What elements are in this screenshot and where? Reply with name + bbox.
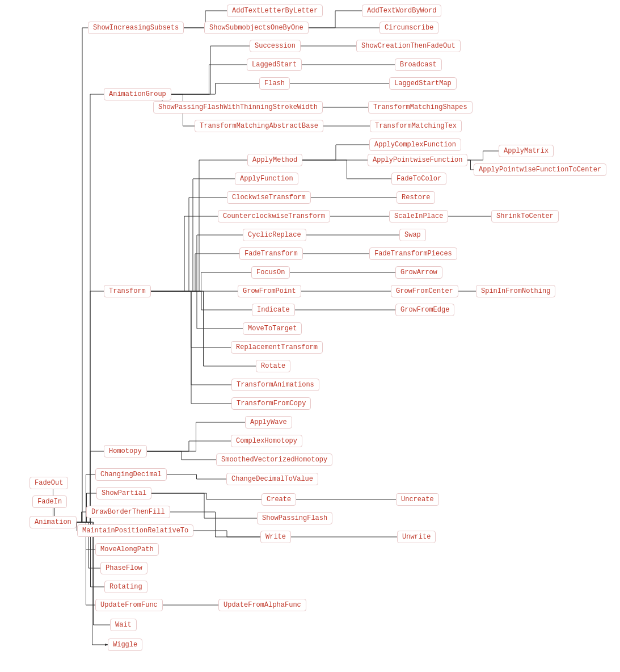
node-showsubmobjectsonebyone: ShowSubmobjectsOneByOne (204, 22, 309, 34)
node-transform: Transform (104, 285, 151, 297)
node-changingdecimal: ChangingDecimal (95, 468, 167, 481)
node-transformmatchingabstractbase: TransformMatchingAbstractBase (195, 120, 323, 132)
node-fadetransformpieces: FadeTransformPieces (369, 247, 457, 260)
node-updatefromalphafunc: UpdateFromAlphaFunc (218, 599, 306, 611)
node-wait: Wait (110, 619, 137, 631)
node-applywave: ApplyWave (245, 416, 292, 429)
node-growarrow: GrowArrow (395, 266, 442, 279)
node-addtextletterbyletter: AddTextLetterByLetter (227, 5, 323, 17)
node-showpartial: ShowPartial (96, 487, 151, 499)
node-broadcast: Broadcast (395, 58, 442, 71)
node-clockwisetransform: ClockwiseTransform (227, 191, 311, 204)
node-fadetocolor: FadeToColor (391, 173, 446, 185)
node-restore: Restore (397, 191, 435, 204)
node-transformfromcopy: TransformFromCopy (231, 397, 311, 410)
node-growfrompoint: GrowFromPoint (238, 285, 301, 297)
node-laggedstart: LaggedStart (247, 58, 302, 71)
node-swap: Swap (399, 229, 426, 241)
node-scaleinplace: ScaleInPlace (389, 210, 448, 222)
node-transformanimations: TransformAnimations (231, 379, 319, 391)
node-succession: Succession (250, 40, 301, 52)
node-unwrite: Unwrite (397, 531, 436, 543)
node-rotate: Rotate (256, 360, 290, 372)
node-growfromedge: GrowFromEdge (395, 304, 454, 316)
node-applyfunction: ApplyFunction (235, 173, 298, 185)
node-animationgroup: AnimationGroup (104, 88, 171, 100)
node-wiggle: Wiggle (108, 639, 142, 651)
node-animation: Animation (29, 516, 77, 528)
node-fadein: FadeIn (32, 495, 67, 508)
node-shrinktocenter: ShrinkToCenter (491, 210, 559, 222)
node-showincreasingsubsets: ShowIncreasingSubsets (88, 22, 184, 34)
node-rotating: Rotating (104, 581, 147, 593)
node-growfromcenter: GrowFromCenter (391, 285, 458, 297)
node-create: Create (262, 493, 296, 506)
node-flash: Flash (259, 77, 290, 90)
node-indicate: Indicate (252, 304, 295, 316)
node-changedecimaltovalue: ChangeDecimalToValue (226, 473, 318, 485)
node-write: Write (260, 531, 291, 543)
node-applycomplexfunction: ApplyComplexFunction (369, 138, 461, 151)
node-updatefromfunc: UpdateFromFunc (95, 599, 163, 611)
node-fadetransform: FadeTransform (239, 247, 303, 260)
node-replacementtransform: ReplacementTransform (231, 341, 323, 354)
node-uncreate: Uncreate (396, 493, 439, 506)
node-cyclicreplace: CyclicReplace (243, 229, 306, 241)
node-transformmatchingshapes: TransformMatchingShapes (368, 101, 473, 114)
node-showpassingflashwiththinningstrokewidth: ShowPassingFlashWithThinningStrokeWidth (153, 101, 323, 114)
node-focuson: FocusOn (251, 266, 290, 279)
node-applypointwisefunction: ApplyPointwiseFunction (368, 154, 467, 166)
node-homotopy: Homotopy (104, 445, 147, 457)
node-counterclockwisetransform: CounterclockwiseTransform (218, 210, 330, 222)
node-smoothedvectorizedhomotopy: SmoothedVectorizedHomotopy (216, 453, 332, 466)
node-applymatrix: ApplyMatrix (499, 145, 554, 157)
node-showpassingflash: ShowPassingFlash (257, 512, 332, 524)
diagram-canvas: AddTextLetterByLetterAddTextWordByWordSh… (0, 0, 620, 672)
node-movealongpath: MoveAlongPath (95, 543, 159, 556)
node-transformmatchingtex: TransformMatchingTex (370, 120, 462, 132)
node-circumscribe: Circumscribe (379, 22, 438, 34)
node-maintainpositionrelativeto: MaintainPositionRelativeTo (77, 524, 193, 537)
node-drawborderthenfill: DrawBorderThenFill (86, 506, 170, 518)
node-showcreationthenfadeout: ShowCreationThenFadeOut (356, 40, 461, 52)
node-addtextwordbyword: AddTextWordByWord (362, 5, 441, 17)
node-phaseflow: PhaseFlow (100, 562, 147, 574)
node-spininfromnothing: SpinInFromNothing (476, 285, 555, 297)
node-applymethod: ApplyMethod (247, 154, 302, 166)
node-applypointwisefunctiontocenter: ApplyPointwiseFunctionToCenter (474, 163, 606, 176)
node-lagedstartmap: LaggedStartMap (389, 77, 457, 90)
node-movetotarget: MoveToTarget (243, 322, 302, 335)
node-complexhomotopy: ComplexHomotopy (231, 435, 302, 447)
node-fadeout: FadeOut (29, 477, 68, 489)
